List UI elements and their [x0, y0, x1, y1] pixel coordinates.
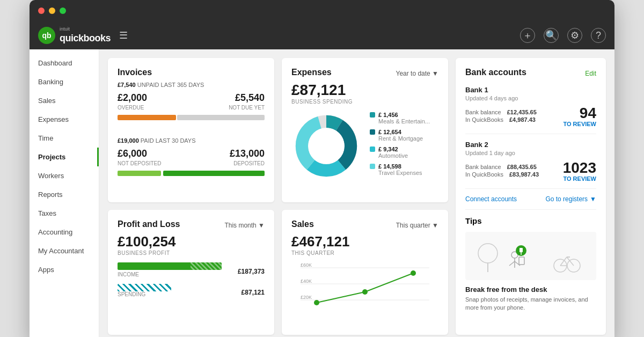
tip-desc: Snap photos of receipts, manage invoices… — [465, 296, 596, 312]
income-label: INCOME — [118, 272, 233, 277]
svg-point-30 — [411, 270, 416, 276]
pnl-period-selector[interactable]: This month ▼ — [224, 222, 265, 229]
titlebar — [30, 0, 614, 21]
spending-row: SPENDING £87,121 — [118, 284, 265, 301]
bank1-review-block: 94 TO REVIEW — [563, 106, 596, 127]
invoices-card: Invoices £7,540 UNPAID LAST 365 DAYS £2,… — [108, 58, 274, 202]
sales-line-chart: £60K £40K £20K — [291, 262, 438, 316]
svg-text:£20K: £20K — [301, 295, 312, 300]
hamburger-menu[interactable]: ☰ — [119, 30, 128, 41]
expenses-content: £ 1,456 Meals & Entertain... £ 12,654 Re… — [291, 111, 438, 181]
bank-card-header: Bank accounts Edit — [465, 68, 596, 79]
brand-name: intuit quickbooks — [60, 27, 111, 44]
help-icon[interactable]: ? — [591, 28, 606, 43]
sidebar-item-reports[interactable]: Reports — [30, 185, 99, 204]
bank1-balance-details: Bank balance £12,435.65 In QuickBooks £4… — [465, 109, 537, 124]
legend-text-rent: £ 12,654 Rent & Mortgage — [378, 129, 423, 142]
sidebar-item-my-accountant[interactable]: My Accountant — [30, 241, 99, 260]
legend-item-auto: £ 9,342 Automotive — [370, 146, 438, 159]
tip-title: Break free from the desk — [465, 285, 596, 294]
connect-accounts-link[interactable]: Connect accounts — [465, 195, 517, 203]
qb-icon: qb — [38, 27, 55, 44]
bank2-name: Bank 2 — [465, 141, 596, 149]
sidebar-item-apps[interactable]: Apps — [30, 260, 99, 279]
sales-card: Sales This quarter ▼ £467,121 THIS QUART… — [282, 210, 448, 335]
svg-text:£40K: £40K — [301, 279, 312, 284]
not-deposited-label: NOT DEPOSITED — [118, 160, 162, 166]
invoices-title: Invoices — [118, 68, 265, 77]
overdue-bar — [118, 115, 265, 120]
expenses-card: Expenses Year to date ▼ £87,121 BUSINESS… — [282, 58, 448, 202]
legend-text-travel: £ 14,598 Travel Expenses — [378, 163, 422, 176]
close-dot[interactable] — [38, 8, 45, 14]
deposited-labels-row: NOT DEPOSITED DEPOSITED — [118, 160, 265, 170]
sidebar-item-accounting[interactable]: Accounting — [30, 223, 99, 241]
bank2-bank-balance-row: Bank balance £88,435.65 — [465, 164, 539, 170]
overdue-row: £2,000 £5,540 — [118, 92, 265, 104]
expenses-header: Expenses Year to date ▼ — [291, 68, 438, 79]
sidebar-item-expenses[interactable]: Expenses — [30, 110, 99, 129]
legend-item-meals: £ 1,456 Meals & Entertain... — [370, 112, 438, 124]
go-to-registers-link[interactable]: Go to registers ▼ — [545, 195, 596, 203]
spending-label: SPENDING — [118, 291, 237, 297]
income-row: INCOME £187,373 — [118, 262, 265, 281]
bank2-to-review[interactable]: TO REVIEW — [563, 175, 596, 182]
svg-point-6 — [478, 244, 497, 263]
navbar-left: qb intuit quickbooks ☰ — [38, 27, 128, 44]
bank1-qb-balance-val: £4,987.43 — [509, 116, 536, 123]
profit-loss-card: Profit and Loss This month ▼ £100,254 BU… — [108, 210, 274, 335]
income-bar-section: INCOME — [118, 262, 233, 281]
svg-line-10 — [509, 261, 515, 266]
sidebar-item-dashboard[interactable]: Dashboard — [30, 54, 99, 72]
bank1-balance-row: Bank balance £12,435.65 In QuickBooks £4… — [465, 106, 596, 127]
bank1-bank-balance-val: £12,435.65 — [507, 109, 537, 115]
deposited-amount: £13,000 — [230, 148, 265, 159]
edit-bank-link[interactable]: Edit — [585, 70, 596, 77]
expenses-legend: £ 1,456 Meals & Entertain... £ 12,654 Re… — [370, 112, 438, 180]
unpaid-label: £7,540 UNPAID LAST 365 DAYS — [118, 82, 265, 88]
paid-label: £19,000 PAID LAST 30 DAYS — [118, 137, 265, 144]
svg-rect-12 — [519, 257, 524, 265]
expenses-sub-label: BUSINESS SPENDING — [291, 99, 438, 105]
expenses-donut — [291, 111, 361, 181]
main-content: Invoices £7,540 UNPAID LAST 365 DAYS £2,… — [99, 49, 614, 337]
sidebar-item-taxes[interactable]: Taxes — [30, 204, 99, 223]
sidebar-item-projects[interactable]: Projects — [30, 148, 99, 166]
brand-text: quickbooks — [60, 33, 111, 44]
intuit-label: intuit — [60, 27, 111, 32]
search-icon[interactable]: 🔍 — [544, 28, 559, 43]
overdue-label: OVERDUE — [118, 105, 144, 111]
settings-icon[interactable]: ⚙ — [567, 28, 582, 43]
bank1-updated: Updated 4 days ago — [465, 95, 596, 101]
not-due-label: NOT DUE YET — [229, 105, 265, 111]
bank2-balance-row: Bank balance £88,435.65 In QuickBooks £8… — [465, 160, 596, 182]
legend-dot-rent — [370, 129, 375, 135]
legend-item-rent: £ 12,654 Rent & Mortgage — [370, 129, 438, 142]
bank1-to-review[interactable]: TO REVIEW — [563, 121, 596, 127]
pnl-total: £100,254 — [118, 233, 265, 250]
navbar-right: ＋ 🔍 ⚙ ? — [520, 28, 606, 43]
bank2-bank-balance-val: £88,435.65 — [507, 164, 537, 170]
sidebar-item-sales[interactable]: Sales — [30, 91, 99, 110]
sidebar-item-workers[interactable]: Workers — [30, 166, 99, 185]
maximize-dot[interactable] — [60, 8, 66, 14]
legend-dot-meals — [370, 112, 375, 118]
expenses-period-selector[interactable]: Year to date ▼ — [396, 70, 439, 77]
spending-bar-section: SPENDING — [118, 284, 237, 301]
pnl-title: Profit and Loss — [118, 219, 180, 229]
tips-illustration — [465, 232, 596, 280]
bank1-name: Bank 1 — [465, 86, 596, 94]
add-icon[interactable]: ＋ — [520, 28, 535, 43]
expenses-total: £87,121 — [291, 82, 438, 99]
sidebar: Dashboard Banking Sales Expenses Time Pr… — [30, 49, 99, 337]
tips-title: Tips — [465, 216, 596, 225]
app-window: qb intuit quickbooks ☰ ＋ 🔍 ⚙ ? Dashboard… — [30, 0, 614, 337]
sidebar-item-banking[interactable]: Banking — [30, 72, 99, 91]
sidebar-item-time[interactable]: Time — [30, 129, 99, 148]
bank2-qb-balance-val: £83,987.43 — [509, 171, 539, 178]
donut-chart — [291, 111, 361, 181]
pnl-header: Profit and Loss This month ▼ — [118, 219, 265, 231]
sales-period-selector[interactable]: This quarter ▼ — [396, 222, 438, 229]
sales-title: Sales — [291, 219, 314, 229]
minimize-dot[interactable] — [49, 8, 55, 14]
